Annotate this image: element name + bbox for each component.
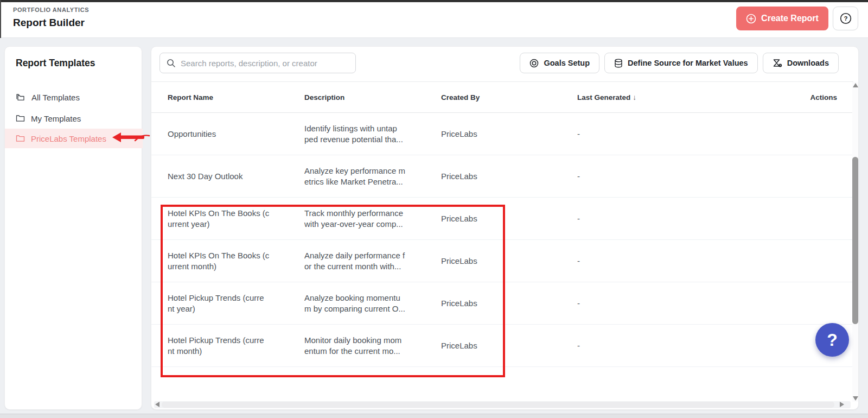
last-generated-cell: - [577, 298, 794, 309]
table-row[interactable]: Opportunities Identify listings with unt… [151, 113, 853, 155]
plus-circle-icon [746, 14, 756, 24]
goals-setup-button[interactable]: Goals Setup [520, 53, 599, 73]
svg-text:?: ? [844, 15, 847, 22]
table-row[interactable]: Hotel KPIs On The Books (c urrent year) … [151, 198, 853, 240]
last-generated-cell: - [577, 256, 794, 267]
created-by-cell: PriceLabs [441, 298, 577, 309]
sidebar-item-pricelabs-templates[interactable]: PriceLabs Templates [5, 129, 143, 148]
table-row[interactable]: Next 30 Day Outlook Analyze key performa… [151, 155, 853, 198]
window-left-edge [0, 0, 1, 38]
column-header-created-by[interactable]: Created By [441, 93, 577, 102]
goals-setup-label: Goals Setup [544, 59, 590, 67]
description-cell: Analyze key performance m etrics like Ma… [304, 166, 441, 187]
horizontal-scrollbar[interactable] [154, 401, 851, 408]
created-by-cell: PriceLabs [441, 340, 577, 351]
table-row[interactable]: Hotel Pickup Trends (curre nt year) Anal… [151, 282, 853, 325]
sidebar-title: Report Templates [16, 58, 95, 69]
breadcrumb-eyebrow: PORTFOLIO ANALYTICS [13, 7, 89, 13]
cutoff-bottom-band [0, 414, 868, 418]
table-header-row: Report Name Description Created By Last … [151, 81, 853, 113]
last-generated-cell: - [577, 340, 794, 351]
created-by-cell: PriceLabs [441, 256, 577, 267]
sidebar-item-my-templates[interactable]: My Templates [5, 109, 143, 128]
define-source-button[interactable]: Define Source for Market Values [604, 53, 758, 73]
sort-desc-icon: ↓ [633, 93, 636, 102]
app-header: PORTFOLIO ANALYTICS Report Builder Creat… [0, 0, 868, 38]
scroll-left-arrow-icon[interactable] [155, 402, 159, 407]
folder-icon [16, 115, 25, 122]
sidebar-item-all-templates[interactable]: All Templates [5, 87, 143, 107]
downloads-label: Downloads [787, 59, 829, 67]
sidebar-item-label: All Templates [31, 93, 80, 102]
define-source-label: Define Source for Market Values [628, 59, 748, 67]
description-cell: Track monthly performance with year-over… [304, 208, 441, 230]
report-name-cell: Opportunities [168, 129, 304, 140]
reports-panel: Goals Setup Define Source for Market Val… [151, 46, 859, 410]
last-generated-cell: - [577, 213, 794, 224]
create-report-label: Create Report [761, 14, 819, 23]
folder-icon [16, 135, 25, 142]
create-report-button[interactable]: Create Report [736, 7, 828, 30]
vertical-scrollbar[interactable] [852, 82, 858, 402]
downloads-button[interactable]: Downloads [763, 53, 839, 73]
last-generated-cell: - [577, 129, 794, 140]
header-help-button[interactable]: ? [833, 7, 858, 30]
page-title: Report Builder [13, 17, 85, 29]
horizontal-scrollbar-thumb[interactable] [162, 402, 834, 408]
search-box [159, 53, 356, 73]
hourglass-pending-icon [773, 59, 782, 68]
sidebar-item-label: PriceLabs Templates [31, 134, 106, 143]
report-templates-panel: Report Templates All Templates My Templa… [4, 46, 142, 410]
window-top-edge [0, 0, 868, 2]
description-cell: Analyze booking momentu m by comparing c… [304, 293, 441, 314]
scroll-down-arrow-icon[interactable] [853, 396, 858, 401]
target-icon [529, 59, 539, 68]
vertical-scrollbar-thumb[interactable] [852, 157, 858, 324]
toolbar-buttons: Goals Setup Define Source for Market Val… [520, 53, 839, 73]
report-name-cell: Hotel KPIs On The Books (c urrent month) [168, 250, 304, 272]
scroll-right-arrow-icon[interactable] [840, 402, 844, 407]
floating-help-glyph: ? [827, 330, 838, 350]
column-header-report-name[interactable]: Report Name [168, 93, 304, 102]
scroll-up-arrow-icon[interactable] [853, 83, 858, 87]
report-name-cell: Hotel Pickup Trends (curre nt year) [168, 293, 304, 314]
search-icon [167, 59, 176, 68]
floating-help-button[interactable]: ? [815, 323, 849, 357]
table-row[interactable]: Hotel KPIs On The Books (c urrent month)… [151, 240, 853, 282]
column-header-description[interactable]: Description [304, 93, 441, 102]
created-by-cell: PriceLabs [441, 129, 577, 140]
report-name-cell: Hotel KPIs On The Books (c urrent year) [168, 208, 304, 230]
description-cell: Identify listings with untap ped revenue… [304, 123, 441, 145]
question-circle-icon: ? [839, 12, 852, 25]
description-cell: Monitor daily booking mom entum for the … [304, 335, 441, 357]
report-name-cell: Next 30 Day Outlook [168, 171, 304, 182]
table-row[interactable]: Hotel Pickup Trends (curre nt month) Mon… [151, 325, 853, 367]
created-by-cell: PriceLabs [441, 213, 577, 224]
column-header-last-generated[interactable]: Last Generated↓ [577, 93, 794, 102]
sidebar-item-label: My Templates [31, 114, 81, 123]
created-by-cell: PriceLabs [441, 171, 577, 182]
database-icon [614, 59, 623, 68]
folders-icon [16, 93, 25, 102]
report-name-cell: Hotel Pickup Trends (curre nt month) [168, 335, 304, 357]
last-generated-cell: - [577, 171, 794, 182]
description-cell: Analyze daily performance f or the curre… [304, 250, 441, 272]
search-input[interactable] [181, 59, 355, 68]
column-header-actions: Actions [794, 93, 853, 102]
